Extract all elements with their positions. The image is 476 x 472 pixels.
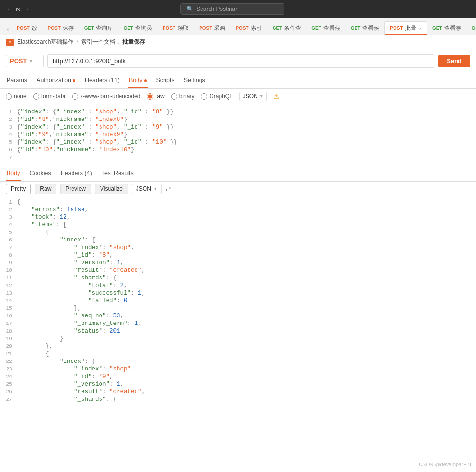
line-number: 5 [0,139,17,145]
line-content: {"index": {"_index" : "shop", "_id" : "8… [17,109,476,115]
resp-line-2: 2 "errors": false, [0,206,476,213]
tab-method: GET [472,26,476,31]
code-line-5: 5 {"index": {"_index" : "shop", "_id" : … [0,139,476,146]
resp-line-10: 10 "result": "created", [0,267,476,274]
body-opt-graphql[interactable]: GraphQL [201,93,232,100]
resp-tab-headers[interactable]: Headers (4) [60,166,93,181]
tab-lingqu[interactable]: POST 领取 [157,21,194,35]
body-options: none form-data x-www-form-urlencoded raw… [0,89,476,104]
tab-chakanhou2[interactable]: GET 查看候 [346,21,385,35]
line-number: 26 [0,389,17,395]
body-radio-urlencoded[interactable] [72,93,78,100]
resp-line-19: 19 } [0,335,476,342]
resp-line-13: 13 "successful": 1, [0,289,476,297]
body-opt-binary[interactable]: binary [171,93,195,100]
tab-scripts[interactable]: Scripts [156,73,175,88]
line-number: 3 [0,124,17,130]
tab-headers[interactable]: Headers (11) [84,73,120,88]
tab-label: 改 [32,25,37,32]
nav-forward-button[interactable]: › [24,3,32,15]
resp-tab-body[interactable]: Body [6,166,21,181]
line-content: {"id":"9","nickname": "index9"} [17,131,476,138]
tab-suoyin[interactable]: POST 索引 [230,21,267,35]
tab-close-icon[interactable]: × [419,26,422,31]
body-radio-none[interactable] [6,93,12,100]
view-raw[interactable]: Raw [35,184,56,194]
line-number: 8 [0,252,17,258]
tab-label: 查询库 [96,25,113,32]
line-content: "items": [ [17,222,476,228]
body-radio-graphql[interactable] [201,93,207,100]
line-content: "_id": "9", [17,373,476,380]
tab-body[interactable]: Body [128,73,148,88]
tab-chakanzhu[interactable]: GET 查看主 [467,21,476,35]
code-line-6: 6 {"id":"10","nickname": "index10"} [0,146,476,154]
body-opt-none[interactable]: none [6,93,27,100]
tab-params[interactable]: Params [6,73,28,88]
tabs-scroll-left[interactable]: ‹ [4,24,11,35]
tab-baocun[interactable]: POST 保存 [43,21,79,35]
tab-tiaojiancha[interactable]: GET 条件查 [267,21,307,35]
send-button[interactable]: Send [438,55,470,67]
line-number: 23 [0,366,17,372]
tab-label: 采购 [214,25,225,32]
line-content: "_version": 1, [17,259,476,266]
line-number: 27 [0,396,17,402]
tab-authorization[interactable]: Authorization [36,73,76,88]
tab-method: POST [48,26,61,31]
resp-line-25: 25 "_version": 1, [0,380,476,388]
line-content: "_index": "shop", [17,244,476,251]
format-selector[interactable]: JSON ▼ [239,92,267,101]
tab-chakancu[interactable]: GET 查看存 [427,21,467,35]
resp-line-17: 17 "_primary_term": 1, [0,320,476,327]
top-bar: ‹ rk › 🔍 Search Postman [0,0,476,18]
body-radio-binary[interactable] [171,93,177,100]
url-input[interactable] [47,54,434,68]
tab-method: GET [432,26,442,31]
nav-back-button[interactable]: ‹ [5,3,13,15]
resp-line-4: 4 "items": [ [0,221,476,229]
body-opt-formdata[interactable]: form-data [33,93,65,100]
code-line-4: 4 {"id":"9","nickname": "index9"} [0,131,476,139]
body-radio-raw[interactable] [147,93,153,100]
tab-chaxunku[interactable]: GET 查询库 [79,21,119,35]
tab-method: POST [390,26,403,31]
tab-method: GET [311,26,321,31]
resp-format-selector[interactable]: JSON ▼ [132,184,162,194]
tab-method: GET [84,26,94,31]
format-chevron-icon: ▼ [259,94,264,99]
method-selector[interactable]: POST ▼ [6,55,44,67]
tab-settings[interactable]: Settings [183,73,206,88]
body-opt-raw[interactable]: raw [147,93,164,100]
tab-piliang[interactable]: POST 批量 × [384,21,427,35]
tab-chaxunyuan[interactable]: GET 查询员 [118,21,157,35]
resp-line-16: 16 "_seq_no": 53, [0,312,476,320]
view-visualize[interactable]: Visualize [95,184,128,194]
resp-tab-testresults[interactable]: Test Results [101,166,135,181]
resp-line-5: 5 { [0,229,476,236]
request-body-editor[interactable]: 1 {"index": {"_index" : "shop", "_id" : … [0,104,476,166]
line-number: 9 [0,259,17,266]
line-content: "status": 201 [17,328,476,334]
code-line-1: 1 {"index": {"_index" : "shop", "_id" : … [0,108,476,116]
resp-line-9: 9 "_version": 1, [0,259,476,267]
tab-label: 保存 [63,25,74,32]
breadcrumb-path1[interactable]: Elasticsearch基础操作 [17,38,73,46]
resp-tab-cookies[interactable]: Cookies [29,166,52,181]
line-content: "index": { [17,358,476,365]
resp-line-18: 18 "status": 201 [0,327,476,335]
tab-caigou[interactable]: POST 采购 [194,21,230,35]
body-radio-formdata[interactable] [33,93,39,100]
view-preview[interactable]: Preview [60,184,91,194]
filter-icon[interactable]: ⇄ [165,185,171,193]
resp-line-14: 14 "failed": 0 [0,297,476,305]
view-pretty[interactable]: Pretty [6,184,31,194]
body-opt-urlencoded[interactable]: x-www-form-urlencoded [72,93,140,100]
tab-chakanhou1[interactable]: GET 查看候 [306,21,346,35]
search-bar[interactable]: 🔍 Search Postman [180,3,284,15]
breadcrumb-path2[interactable]: 索引一个文档 [81,38,115,46]
collection-icon: ≡ [6,39,14,46]
line-content: { [17,351,476,357]
tab-gai[interactable]: POST 改 [11,21,42,35]
response-body: 1 { 2 "errors": false, 3 "took": 12, 4 "… [0,196,476,424]
